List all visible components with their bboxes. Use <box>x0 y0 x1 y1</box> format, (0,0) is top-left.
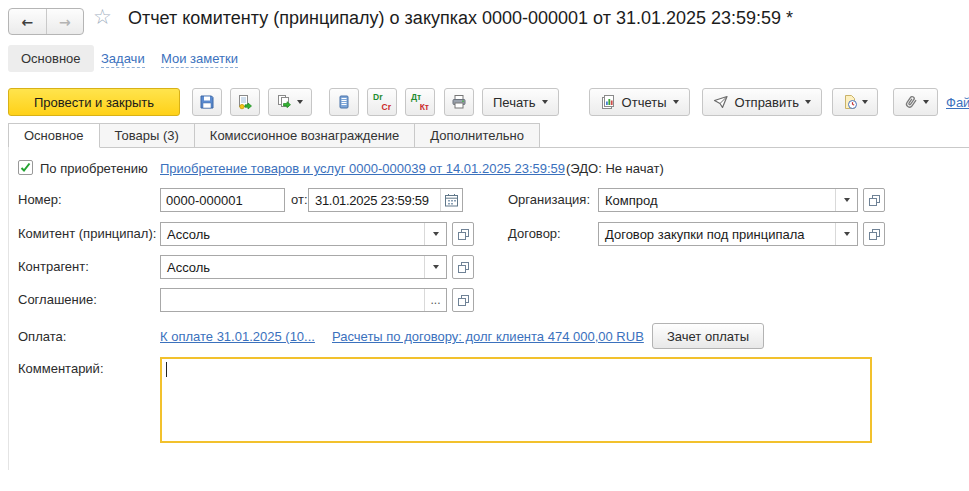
post-and-close-button[interactable]: Провести и закрыть <box>8 88 180 116</box>
send-icon <box>713 94 729 110</box>
send-menu-label: Отправить <box>735 95 799 110</box>
document-window: ← → ☆ Отчет комитенту (принципалу) о зак… <box>0 0 969 491</box>
dropdown-button[interactable] <box>835 189 857 211</box>
dropdown-button[interactable] <box>835 223 857 245</box>
forward-arrow-icon: → <box>59 14 71 30</box>
open-in-window-icon <box>868 228 881 241</box>
open-in-window-icon <box>457 228 470 241</box>
by-purchase-checkbox[interactable] <box>18 160 33 175</box>
quick-print-button[interactable] <box>444 88 474 116</box>
history-nav: ← → <box>8 8 84 35</box>
favorite-star-icon[interactable]: ☆ <box>93 5 112 29</box>
send-menu-button[interactable]: Отправить <box>702 88 822 116</box>
paperclip-icon <box>903 94 919 110</box>
number-label: Номер: <box>18 192 62 207</box>
reports-menu-button[interactable]: Отчеты <box>589 88 690 116</box>
dt-kt-button[interactable]: ДтКт <box>405 88 435 116</box>
dr-cr-icon: DrCr <box>373 93 391 111</box>
contract-value: Договор закупки под принципала <box>599 223 835 245</box>
counterparty-value: Ассоль <box>161 256 424 278</box>
tab-main[interactable]: Основное <box>8 123 100 148</box>
tab-goods[interactable]: Товары (3) <box>100 123 195 148</box>
create-based-on-icon <box>277 94 293 110</box>
save-button[interactable] <box>192 88 222 116</box>
contract-combo[interactable]: Договор закупки под принципала <box>598 222 858 246</box>
edo-status: (ЭДО: Не начат) <box>566 161 664 176</box>
printer-icon <box>451 94 467 110</box>
comment-label: Комментарий: <box>18 361 104 376</box>
dropdown-caret-icon <box>542 100 548 104</box>
back-button[interactable]: ← <box>9 9 47 34</box>
organization-value: Компрод <box>599 189 835 211</box>
create-based-on-button[interactable] <box>268 88 312 116</box>
principal-label: Комитент (принципал): <box>18 226 156 241</box>
principal-value: Ассоль <box>161 223 424 245</box>
agreement-open-button[interactable] <box>452 288 474 312</box>
dropdown-caret-icon <box>862 100 868 104</box>
by-purchase-label: По приобретению <box>40 161 148 176</box>
counterparty-combo[interactable]: Ассоль <box>160 255 447 279</box>
register-records-button[interactable] <box>329 88 359 116</box>
reminder-menu-button[interactable] <box>832 88 878 116</box>
date-prefix-label: от: <box>291 192 308 207</box>
checkmark-icon <box>20 162 31 173</box>
calendar-button[interactable] <box>440 189 462 211</box>
number-input[interactable] <box>160 188 285 212</box>
nav-link-notes[interactable]: Мои заметки <box>161 51 238 68</box>
register-list-icon <box>336 94 352 110</box>
reminder-document-clock-icon <box>842 94 858 110</box>
form-tabs: Основное Товары (3) Комиссионное вознагр… <box>8 123 540 148</box>
counterparty-open-button[interactable] <box>452 255 474 279</box>
post-document-button[interactable] <box>230 88 260 116</box>
principal-combo[interactable]: Ассоль <box>160 222 447 246</box>
open-in-window-icon <box>457 261 470 274</box>
dropdown-caret-icon <box>844 198 850 202</box>
payment-label: Оплата: <box>18 329 66 344</box>
dropdown-caret-icon <box>844 232 850 236</box>
contract-open-button[interactable] <box>863 222 885 246</box>
tab-additional[interactable]: Дополнительно <box>415 123 540 148</box>
agreement-label: Соглашение: <box>18 292 97 307</box>
toolbar: Провести и закрыть DrCr ДтКт Печать <box>8 88 969 116</box>
contract-label: Договор: <box>508 226 561 241</box>
nav-link-tasks[interactable]: Задачи <box>101 51 145 68</box>
organization-label: Организация: <box>508 192 590 207</box>
date-input[interactable]: 31.01.2025 23:59:59 <box>308 188 463 212</box>
tab-commission[interactable]: Комиссионное вознаграждение <box>195 123 416 148</box>
post-document-icon <box>237 94 253 110</box>
organization-combo[interactable]: Компрод <box>598 188 858 212</box>
counterparty-label: Контрагент: <box>18 259 89 274</box>
dropdown-caret-icon <box>805 100 811 104</box>
payment-offset-button[interactable]: Зачет оплаты <box>652 323 764 349</box>
select-button[interactable]: ... <box>424 289 446 311</box>
purchase-document-link[interactable]: Приобретение товаров и услуг 0000-000039… <box>160 161 565 176</box>
dropdown-button[interactable] <box>424 256 446 278</box>
dropdown-caret-icon <box>673 100 679 104</box>
dropdown-caret-icon <box>297 100 303 104</box>
nav-tab-main[interactable]: Основное <box>8 45 94 72</box>
dt-kt-icon: ДтКт <box>411 93 429 111</box>
agreement-value <box>161 289 424 311</box>
files-link[interactable]: Файлы <box>946 95 969 110</box>
page-title: Отчет комитенту (принципалу) о закупках … <box>128 8 793 29</box>
payment-settlements-link[interactable]: Расчеты по договору: долг клиента 474 00… <box>332 329 644 344</box>
dr-cr-button[interactable]: DrCr <box>367 88 397 116</box>
attachments-menu-button[interactable] <box>893 88 938 116</box>
reports-menu-label: Отчеты <box>622 95 667 110</box>
panel-left-border <box>8 148 9 470</box>
report-chart-icon <box>600 94 616 110</box>
floppy-disk-icon <box>199 94 215 110</box>
forward-button[interactable]: → <box>47 9 84 34</box>
principal-open-button[interactable] <box>452 222 474 246</box>
date-value: 31.01.2025 23:59:59 <box>309 189 440 211</box>
text-cursor <box>166 362 167 377</box>
agreement-field[interactable]: ... <box>160 288 447 312</box>
back-arrow-icon: ← <box>21 14 33 30</box>
payment-due-link[interactable]: К оплате 31.01.2025 (10... <box>160 329 315 344</box>
print-menu-label: Печать <box>493 95 536 110</box>
organization-open-button[interactable] <box>863 188 885 212</box>
dropdown-button[interactable] <box>424 223 446 245</box>
print-menu-button[interactable]: Печать <box>482 88 559 116</box>
comment-textarea[interactable] <box>160 357 872 443</box>
dropdown-caret-icon <box>923 100 929 104</box>
